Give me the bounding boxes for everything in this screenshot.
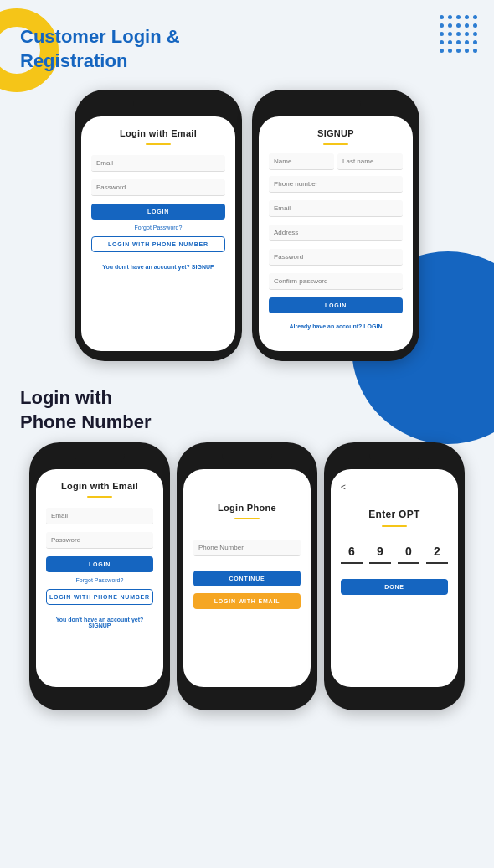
phone1-phone-btn[interactable]: LOGIN WITH PHONE NUMBER bbox=[91, 236, 225, 252]
phone-4-screen: Login Phone CONTINUE LOGIN WITH EMAIL bbox=[183, 469, 311, 687]
phone-notch-1 bbox=[133, 100, 183, 111]
phone2-name-input[interactable] bbox=[269, 153, 334, 170]
phone2-title: SIGNUP bbox=[269, 128, 403, 138]
phone3-forgot[interactable]: Forgot Password? bbox=[46, 577, 153, 583]
phone4-continue-btn[interactable]: CONTINUE bbox=[193, 571, 301, 586]
phone-1: Login with Email LOGIN Forgot Password? … bbox=[75, 90, 242, 361]
phone3-email-input[interactable] bbox=[46, 508, 153, 524]
phone3-password-input[interactable] bbox=[46, 532, 153, 549]
phone1-login-btn[interactable]: LOGIN bbox=[91, 204, 225, 220]
section1-header: Customer Login & Registration bbox=[0, 0, 494, 81]
phone5-done-btn[interactable]: DONE bbox=[341, 579, 448, 595]
phone-3-screen: Login with Email LOGIN Forgot Password? … bbox=[36, 469, 163, 687]
otp-digit-1[interactable]: 6 bbox=[341, 540, 363, 564]
phone5-otp-row: 6 9 0 2 bbox=[341, 540, 448, 564]
phone2-phone-input[interactable] bbox=[269, 176, 403, 193]
phone1-title-underline bbox=[146, 143, 171, 145]
phone2-email-input[interactable] bbox=[269, 200, 403, 217]
phone2-login-btn[interactable]: LOGIN bbox=[269, 297, 403, 313]
phone2-confirm-input[interactable] bbox=[269, 273, 403, 290]
phone1-password-input[interactable] bbox=[91, 179, 225, 196]
section2-header: Login with Phone Number bbox=[0, 369, 494, 442]
otp-digit-4[interactable]: 2 bbox=[426, 540, 448, 564]
phone-2-screen: SIGNUP LOGIN Already have an account? LO… bbox=[259, 116, 413, 351]
otp-digit-3[interactable]: 0 bbox=[398, 540, 419, 564]
phone-5: < Enter OPT 6 9 0 2 DONE bbox=[324, 442, 465, 710]
section1-title: Customer Login & Registration bbox=[20, 25, 474, 73]
phone2-password-input[interactable] bbox=[269, 249, 403, 266]
phones-row-1: Login with Email LOGIN Forgot Password? … bbox=[0, 81, 494, 369]
phone5-title-underline bbox=[382, 525, 407, 527]
phone4-phone-input[interactable] bbox=[193, 540, 301, 556]
phone1-email-input[interactable] bbox=[91, 155, 225, 172]
otp-digit-2[interactable]: 9 bbox=[369, 540, 391, 564]
phone3-bottom: You don't have an account yet? SIGNUP bbox=[46, 617, 153, 628]
phone1-forgot[interactable]: Forgot Password? bbox=[91, 225, 225, 230]
phone2-already: Already have an account? LOGIN bbox=[269, 323, 403, 329]
phone-notch-3 bbox=[75, 452, 125, 464]
phone-notch-5 bbox=[369, 452, 419, 464]
phone2-name-row bbox=[269, 153, 403, 170]
phone4-title-underline bbox=[234, 518, 260, 519]
phone2-address-input[interactable] bbox=[269, 225, 403, 241]
phone3-title-underline bbox=[87, 496, 112, 498]
phone1-title: Login with Email bbox=[91, 128, 225, 138]
phone2-lastname-input[interactable] bbox=[337, 153, 403, 170]
phone-notch-2 bbox=[311, 100, 361, 111]
phone-5-screen: < Enter OPT 6 9 0 2 DONE bbox=[331, 469, 458, 687]
phone4-email-btn[interactable]: LOGIN WITH EMAIL bbox=[193, 593, 301, 609]
phone3-phone-btn[interactable]: LOGIN WITH PHONE NUMBER bbox=[46, 589, 153, 605]
phone4-title: Login Phone bbox=[193, 503, 301, 513]
phone3-title: Login with Email bbox=[46, 481, 153, 491]
phone2-title-underline bbox=[323, 143, 348, 145]
phone-1-screen: Login with Email LOGIN Forgot Password? … bbox=[81, 116, 235, 351]
phone5-otp-title: Enter OPT bbox=[341, 509, 448, 520]
section2-title: Login with Phone Number bbox=[20, 386, 474, 434]
phone-4: Login Phone CONTINUE LOGIN WITH EMAIL bbox=[177, 442, 317, 710]
phone-3: Login with Email LOGIN Forgot Password? … bbox=[29, 442, 170, 710]
phone1-bottom: You don't have an account yet? SIGNUP bbox=[91, 264, 225, 270]
phone3-login-btn[interactable]: LOGIN bbox=[46, 556, 153, 572]
phone5-back-arrow[interactable]: < bbox=[341, 483, 448, 492]
phone-notch-4 bbox=[222, 452, 272, 464]
phones-row-2: Login with Email LOGIN Forgot Password? … bbox=[0, 442, 494, 710]
phone-2: SIGNUP LOGIN Already have an account? LO… bbox=[252, 90, 419, 361]
